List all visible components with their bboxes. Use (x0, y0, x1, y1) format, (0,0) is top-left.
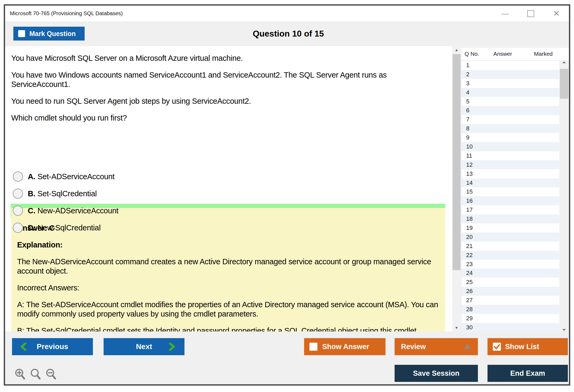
table-row[interactable]: 25 (461, 278, 559, 287)
show-answer-label: Show Answer (322, 343, 369, 351)
option-letter: D. (28, 223, 35, 232)
footer-bar: Previous Next Show Answer Review (5, 331, 569, 384)
window-controls: — ✕ (501, 6, 561, 21)
explanation-paragraph: The New-ADServiceAccount command creates… (17, 257, 439, 276)
explanation-heading: Explanation: (17, 240, 439, 250)
scroll-down-icon[interactable]: ▼ (452, 325, 461, 331)
radio-button-c[interactable] (13, 206, 23, 216)
zoom-controls (15, 369, 56, 380)
end-exam-label: End Exam (510, 369, 545, 378)
table-row[interactable]: 29 (461, 314, 559, 323)
zoom-in-icon[interactable] (15, 369, 25, 380)
table-row[interactable]: 17 (461, 205, 559, 214)
option-letter: C. (28, 206, 35, 215)
save-session-label: Save Session (413, 369, 459, 378)
table-row[interactable]: 30 (461, 323, 559, 332)
next-button[interactable]: Next (104, 338, 184, 355)
review-button[interactable]: Review (395, 338, 478, 355)
radio-button-d[interactable] (13, 223, 23, 233)
question-panel: You have Microsoft SQL Server on a Micro… (5, 46, 451, 331)
mark-question-button[interactable]: Mark Question (13, 27, 85, 41)
mark-question-checkbox-icon[interactable] (18, 30, 25, 37)
question-paragraph: Which cmdlet should you run first? (11, 113, 445, 123)
radio-button-a[interactable] (13, 171, 23, 182)
table-row[interactable]: 28 (461, 305, 559, 314)
table-row[interactable]: 15 (461, 187, 559, 196)
table-row[interactable]: 8 (461, 124, 559, 133)
explanation-paragraph: A: The Set-ADServiceAccount cmdlet modif… (17, 300, 439, 319)
checkmark-icon (493, 343, 501, 351)
table-row[interactable]: 26 (461, 287, 559, 296)
chevron-right-icon (168, 343, 175, 351)
table-row[interactable]: 9 (461, 133, 559, 142)
option-letter: B. (28, 189, 35, 198)
header-band: Mark Question Question 10 of 15 (5, 21, 569, 46)
zoom-out-icon[interactable] (46, 369, 56, 380)
scroll-up-icon[interactable]: ▲ (452, 47, 461, 53)
mark-question-label: Mark Question (29, 30, 76, 38)
question-text: You have Microsoft SQL Server on a Micro… (11, 46, 445, 130)
table-row[interactable]: 19 (461, 223, 559, 233)
option-a[interactable]: A. Set-ADServiceAccount (5, 168, 451, 185)
table-row[interactable]: 11 (461, 151, 559, 160)
table-row[interactable]: 21 (461, 242, 559, 251)
scroll-down-icon[interactable]: ⌄ (559, 325, 569, 332)
table-row[interactable]: 24 (461, 269, 559, 278)
option-text: New-SqlCredential (37, 223, 101, 232)
main-scrollbar[interactable]: ▲ ▼ (452, 46, 461, 331)
maximize-button[interactable] (526, 9, 535, 18)
next-label: Next (136, 342, 152, 351)
explanation-paragraph: B: The Set-SqlCredential cmdlet sets the… (17, 326, 439, 331)
search-icon[interactable] (30, 369, 41, 380)
radio-button-b[interactable] (13, 189, 23, 199)
option-text: Set-ADServiceAccount (37, 172, 115, 181)
scroll-up-icon[interactable]: ⌃ (559, 61, 569, 68)
table-row[interactable]: 22 (461, 251, 559, 260)
option-b[interactable]: B. Set-SqlCredential (5, 185, 451, 202)
main-scrollbar-thumb[interactable] (453, 54, 461, 270)
question-paragraph: You need to run SQL Server Agent job ste… (11, 97, 445, 106)
table-row[interactable]: 20 (461, 233, 559, 242)
show-list-checkbox-icon[interactable] (493, 343, 501, 351)
table-row[interactable]: 2 (461, 70, 559, 79)
screenshot-stage: Microsoft 70-765 (Provisioning SQL Datab… (0, 0, 574, 392)
table-row[interactable]: 10 (461, 142, 559, 151)
chevron-left-icon (20, 343, 27, 351)
show-answer-button[interactable]: Show Answer (304, 338, 386, 355)
explanation-paragraph: Incorrect Answers: (17, 283, 439, 293)
table-row[interactable]: 4 (461, 88, 559, 97)
review-label: Review (401, 343, 426, 351)
previous-label: Previous (37, 342, 68, 351)
maximize-icon (527, 10, 534, 17)
question-list-scrollbar[interactable]: ⌃ ⌄ (559, 61, 569, 332)
show-list-label: Show List (505, 343, 539, 351)
save-session-button[interactable]: Save Session (395, 365, 478, 382)
question-counter: Question 10 of 15 (253, 21, 324, 46)
question-paragraph: You have two Windows accounts named Serv… (11, 70, 445, 89)
show-list-button[interactable]: Show List (487, 338, 568, 355)
previous-button[interactable]: Previous (12, 338, 93, 355)
table-row[interactable]: 1 (461, 61, 559, 70)
option-text: Set-SqlCredential (37, 189, 97, 198)
question-list-scrollbar-thumb[interactable] (560, 69, 568, 99)
show-answer-checkbox-icon[interactable] (309, 343, 317, 351)
table-row[interactable]: 5 (461, 97, 559, 106)
table-row[interactable]: 13 (461, 169, 559, 178)
table-row[interactable]: 23 (461, 260, 559, 269)
table-row[interactable]: 27 (461, 296, 559, 305)
column-header-qno: Q No. (465, 47, 479, 61)
question-list-header: Q No. Answer Marked (461, 47, 569, 61)
table-row[interactable]: 16 (461, 196, 559, 205)
table-row[interactable]: 7 (461, 115, 559, 124)
table-row[interactable]: 12 (461, 160, 559, 169)
end-exam-button[interactable]: End Exam (487, 365, 568, 382)
table-row[interactable]: 14 (461, 178, 559, 187)
close-button[interactable]: ✕ (552, 9, 561, 18)
minimize-button[interactable]: — (501, 9, 510, 18)
window-title: Microsoft 70-765 (Provisioning SQL Datab… (10, 6, 123, 21)
column-header-answer: Answer (493, 47, 512, 61)
question-list-panel: Q No. Answer Marked 12345678910111213141… (461, 47, 569, 332)
table-row[interactable]: 6 (461, 106, 559, 115)
table-row[interactable]: 18 (461, 214, 559, 223)
table-row[interactable]: 3 (461, 79, 559, 88)
